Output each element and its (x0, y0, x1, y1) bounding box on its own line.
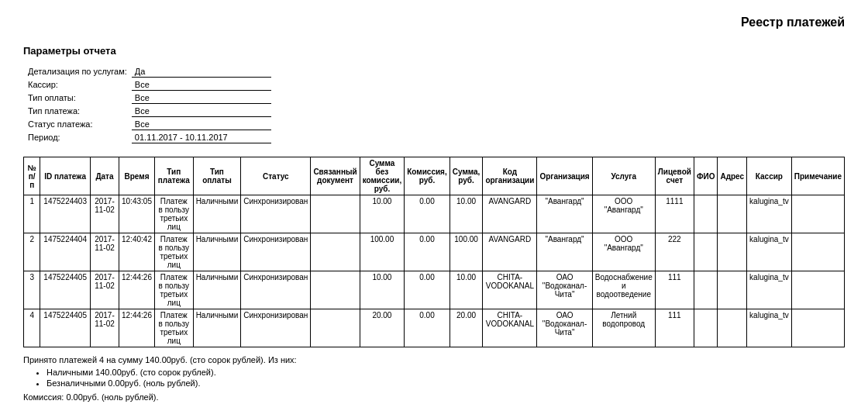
cell-num: 1 (24, 195, 40, 233)
cell-status: Синхронизирован (241, 195, 311, 233)
cell-sum_no_kom: 10.00 (360, 195, 405, 233)
col-header-type_pay: Тип платежа (154, 157, 193, 195)
summary-total: Принято платежей 4 на сумму 140.00руб. (… (23, 355, 845, 364)
cell-time: 10:43:05 (119, 195, 155, 233)
cell-date: 2017-11-02 (90, 195, 119, 233)
cell-date: 2017-11-02 (90, 233, 119, 271)
cell-kom: 0.00 (405, 271, 450, 309)
cell-type_opl: Наличными (193, 233, 241, 271)
params-table: Детализация по услугам:ДаКассир:ВсеТип о… (23, 64, 273, 145)
cell-sum_no_kom: 10.00 (360, 271, 405, 309)
cell-kom: 0.00 (405, 233, 450, 271)
cell-service: ООО "Авангард" (592, 195, 655, 233)
cell-type_pay: Платеж в пользу третьих лиц (154, 233, 193, 271)
cell-service: Водоснабжение и водоотведение (592, 271, 655, 309)
cell-org: "Авангард" (537, 233, 592, 271)
col-header-status: Статус (241, 157, 311, 195)
cell-addr (718, 309, 747, 347)
col-header-addr: Адрес (718, 157, 747, 195)
cell-sum: 10.00 (450, 271, 483, 309)
col-header-service: Услуга (592, 157, 655, 195)
cell-type_pay: Платеж в пользу третьих лиц (154, 271, 193, 309)
cell-sum: 100.00 (450, 233, 483, 271)
page-title: Реестр платежей (23, 16, 845, 29)
param-value: Все (132, 105, 271, 117)
cell-cashier: kalugina_tv (747, 233, 792, 271)
cell-lic: 111 (655, 271, 694, 309)
cell-num: 4 (24, 309, 40, 347)
summary-list-item: Наличными 140.00руб. (сто сорок рублей). (46, 368, 845, 377)
cell-sum_no_kom: 20.00 (360, 309, 405, 347)
cell-status: Синхронизирован (241, 271, 311, 309)
cell-note (791, 233, 844, 271)
cell-org: ОАО "Водоканал-Чита" (537, 309, 592, 347)
cell-addr (718, 195, 747, 233)
col-header-kom: Комиссия, руб. (405, 157, 450, 195)
col-header-date: Дата (90, 157, 119, 195)
col-header-num: № п/п (24, 157, 40, 195)
cell-cashier: kalugina_tv (747, 309, 792, 347)
cell-lic: 222 (655, 233, 694, 271)
param-value: 01.11.2017 - 10.11.2017 (132, 132, 271, 143)
col-header-org: Организация (537, 157, 592, 195)
cell-link_doc (311, 233, 360, 271)
cell-time: 12:40:42 (119, 233, 155, 271)
cell-sum_no_kom: 100.00 (360, 233, 405, 271)
col-header-time: Время (119, 157, 155, 195)
cell-note (791, 309, 844, 347)
summary-section: Принято платежей 4 на сумму 140.00руб. (… (23, 355, 845, 402)
param-value: Все (132, 92, 271, 104)
cell-lic: 1111 (655, 195, 694, 233)
col-header-type_opl: Тип оплаты (193, 157, 241, 195)
cell-type_opl: Наличными (193, 195, 241, 233)
param-label: Статус платежа: (25, 119, 130, 130)
cell-time: 12:44:26 (119, 309, 155, 347)
table-row: 314752244052017-11-0212:44:26Платеж в по… (24, 271, 845, 309)
cell-cashier: kalugina_tv (747, 195, 792, 233)
table-row: 214752244042017-11-0212:40:42Платеж в по… (24, 233, 845, 271)
cell-id: 1475224405 (40, 271, 91, 309)
col-header-sum: Сумма, руб. (450, 157, 483, 195)
cell-service: ООО "Авангард" (592, 233, 655, 271)
param-value: Все (132, 79, 271, 91)
col-header-lic: Лицевой счет (655, 157, 694, 195)
cell-lic: 111 (655, 309, 694, 347)
cell-link_doc (311, 195, 360, 233)
cell-kom: 0.00 (405, 195, 450, 233)
cell-note (791, 195, 844, 233)
cell-addr (718, 233, 747, 271)
cell-kod_org: CHITA-VODOKANAL (483, 271, 537, 309)
cell-fio (694, 233, 718, 271)
params-section-title: Параметры отчета (23, 45, 845, 57)
cell-org: ОАО "Водоканал-Чита" (537, 271, 592, 309)
cell-org: "Авангард" (537, 195, 592, 233)
cell-status: Синхронизирован (241, 309, 311, 347)
cell-date: 2017-11-02 (90, 271, 119, 309)
summary-list-item: Безналичными 0.00руб. (ноль рублей). (46, 378, 845, 388)
table-row: 414752244052017-11-0212:44:26Платеж в по… (24, 309, 845, 347)
param-label: Кассир: (25, 79, 130, 91)
col-header-kod_org: Код организации (483, 157, 537, 195)
cell-link_doc (311, 309, 360, 347)
col-header-note: Примечание (791, 157, 844, 195)
col-header-link_doc: Связанный документ (311, 157, 360, 195)
summary-list: Наличными 140.00руб. (сто сорок рублей).… (46, 368, 845, 388)
col-header-fio: ФИО (694, 157, 718, 195)
cell-type_pay: Платеж в пользу третьих лиц (154, 309, 193, 347)
param-label: Детализация по услугам: (25, 66, 130, 78)
col-header-cashier: Кассир (747, 157, 792, 195)
cell-fio (694, 195, 718, 233)
cell-fio (694, 309, 718, 347)
summary-commission: Комиссия: 0.00руб. (ноль рублей). (23, 392, 845, 402)
cell-type_pay: Платеж в пользу третьих лиц (154, 195, 193, 233)
param-value: Все (132, 119, 271, 130)
cell-kom: 0.00 (405, 309, 450, 347)
cell-kod_org: CHITA-VODOKANAL (483, 309, 537, 347)
cell-sum: 20.00 (450, 309, 483, 347)
col-header-id: ID платежа (40, 157, 91, 195)
cell-id: 1475224404 (40, 233, 91, 271)
table-row: 114752244032017-11-0210:43:05Платеж в по… (24, 195, 845, 233)
cell-addr (718, 271, 747, 309)
cell-service: Летний водопровод (592, 309, 655, 347)
cell-num: 2 (24, 233, 40, 271)
